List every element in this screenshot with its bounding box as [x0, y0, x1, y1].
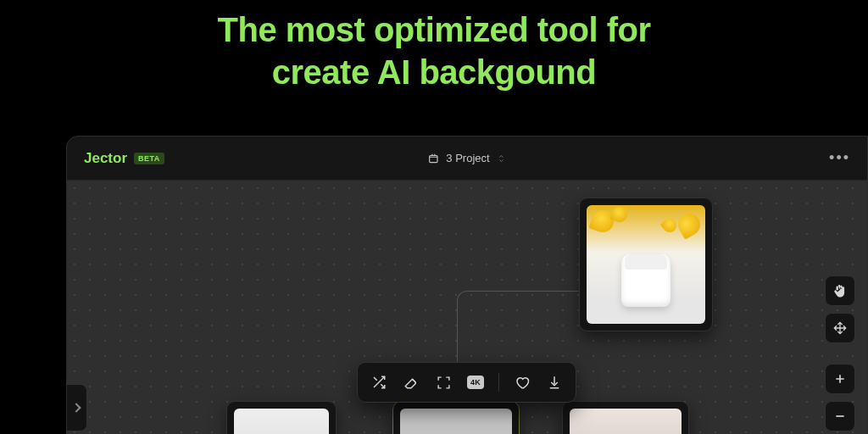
heart-icon[interactable] — [509, 370, 535, 395]
divider — [498, 373, 499, 392]
beta-badge: BETA — [134, 153, 164, 164]
download-icon[interactable] — [542, 370, 567, 395]
app-bar: Jector BETA 3 Project ••• — [67, 136, 867, 181]
canvas-node[interactable] — [226, 401, 337, 434]
erase-icon[interactable] — [398, 370, 424, 395]
app-window: Jector BETA 3 Project ••• — [66, 136, 868, 434]
zoom-out-button[interactable] — [825, 401, 855, 431]
canvas[interactable]: 4K — [67, 181, 867, 434]
canvas-node[interactable] — [579, 198, 713, 331]
fullscreen-icon[interactable] — [431, 370, 456, 395]
hero-headline: The most optimized tool for create AI ba… — [0, 0, 868, 93]
move-tool-button[interactable] — [825, 313, 855, 343]
app-logo[interactable]: Jector BETA — [84, 150, 164, 167]
view-toolbar — [825, 275, 855, 434]
project-selector[interactable]: 3 Project — [427, 152, 506, 164]
node-thumbnail — [400, 409, 512, 434]
more-menu-button[interactable]: ••• — [829, 149, 850, 167]
node-action-bar: 4K — [357, 362, 576, 403]
chevron-updown-icon — [497, 153, 507, 164]
left-drawer-handle[interactable] — [67, 384, 87, 431]
headline-line-1: The most optimized tool for — [0, 8, 868, 51]
node-thumbnail — [570, 409, 682, 434]
project-label: 3 Project — [446, 152, 489, 164]
canvas-node[interactable] — [562, 401, 689, 434]
hand-tool-button[interactable] — [825, 275, 855, 306]
project-icon — [427, 153, 439, 164]
shuffle-icon[interactable] — [366, 370, 392, 395]
headline-line-2: create AI backgound — [0, 51, 868, 93]
fourk-button[interactable]: 4K — [463, 370, 488, 395]
node-thumbnail — [234, 409, 329, 434]
canvas-node-selected[interactable] — [392, 401, 520, 434]
logo-text: Jector — [84, 150, 127, 167]
zoom-in-button[interactable] — [825, 364, 855, 394]
node-thumbnail — [587, 205, 705, 324]
